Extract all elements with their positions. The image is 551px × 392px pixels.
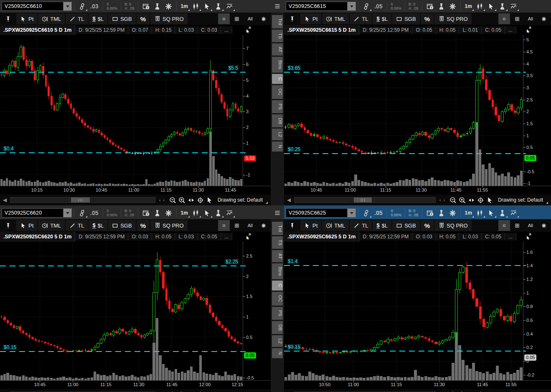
symbol-dropdown-button[interactable] <box>63 208 72 217</box>
grid-layout-button[interactable] <box>511 13 523 24</box>
chart-type-button[interactable] <box>190 207 201 218</box>
trendline-tool-button[interactable]: TL <box>350 13 372 24</box>
sidebar-tab-ps[interactable]: PS <box>272 100 283 113</box>
symbol-input[interactable]: V250925C6610 <box>2 2 63 11</box>
grid-layout-button[interactable] <box>231 220 243 231</box>
timeline-tool-button[interactable]: TML <box>322 13 349 24</box>
sidebar-tab-oc[interactable]: OC <box>272 85 283 99</box>
sidebar-tab-c[interactable]: C <box>272 281 283 291</box>
pointer-tool-button[interactable]: Pt <box>300 220 321 231</box>
all-button[interactable]: All <box>244 13 256 24</box>
sidebar-tab-n[interactable]: N <box>272 348 283 358</box>
studies-flask-button[interactable] <box>497 1 508 12</box>
time-axis[interactable]: 10:1510:3010:4511:0011:1511:3011:45 <box>0 186 271 195</box>
candlestick-chart[interactable]: $5.5$0.4 <box>0 35 243 186</box>
price-axis[interactable]: -1-0.50.511.522.533.544.550.05 <box>523 35 551 186</box>
crosshair-icon[interactable] <box>477 197 484 204</box>
sq-pro-button[interactable]: SQ PRO <box>434 220 472 231</box>
sidebar-tab-ts[interactable]: TS <box>272 30 283 42</box>
price-level-tool-button[interactable]: $$L <box>373 13 391 24</box>
studies-flask-button[interactable] <box>213 1 224 12</box>
trendline-tool-button[interactable]: TL <box>350 220 372 231</box>
sidebar-tab-l2[interactable]: L2 <box>272 129 283 140</box>
header-more[interactable]: ... <box>505 233 516 240</box>
chart-type-button[interactable] <box>474 1 485 12</box>
patterns-button[interactable] <box>508 207 519 218</box>
chart-scrollbar[interactable] <box>10 197 155 203</box>
settings-star-icon[interactable] <box>163 1 174 12</box>
sq-pro-button[interactable]: SQ PRO <box>150 13 188 24</box>
chart-type-button[interactable] <box>190 1 201 12</box>
single-panel-button[interactable] <box>498 220 510 231</box>
pan-arrows[interactable]: ‹› <box>438 197 447 202</box>
sidebar-tab-c[interactable]: C <box>272 74 283 84</box>
price-level-tool-button[interactable]: $$L <box>89 13 107 24</box>
symbol-dropdown-button[interactable] <box>348 208 356 217</box>
cursor-mode-icon[interactable] <box>525 233 532 241</box>
cursor-tool-button[interactable] <box>485 1 497 12</box>
sq-pro-button[interactable]: SQ PRO <box>434 13 472 24</box>
symbol-input[interactable]: V250925C6620 <box>2 208 63 217</box>
chart-scrollbar[interactable] <box>294 197 435 203</box>
symbol-dropdown-button[interactable] <box>348 2 356 11</box>
drawing-set-label[interactable]: Drawing set: Default <box>498 197 543 203</box>
patterns-button[interactable] <box>508 1 519 12</box>
pin-icon[interactable] <box>1 220 15 231</box>
sidebar-tab-ps[interactable]: PS <box>272 307 283 320</box>
pointer-icon[interactable] <box>486 197 493 204</box>
drawing-set-label[interactable]: Drawing set: Default <box>218 197 263 203</box>
price-axis[interactable]: -0.50.511.522.50.05 <box>243 242 271 380</box>
link-chain-icon[interactable] <box>76 1 88 12</box>
pin-icon[interactable] <box>285 220 300 231</box>
scrollbar-thumb[interactable] <box>354 197 372 202</box>
single-panel-button[interactable] <box>218 220 230 231</box>
price-level-tool-button[interactable]: $$L <box>373 220 391 231</box>
percent-tool-button[interactable]: % <box>137 220 150 231</box>
zoom-in-icon[interactable] <box>459 197 466 204</box>
symbol-input[interactable]: V250925C6625 <box>286 208 348 217</box>
price-axis[interactable]: -112345670.03 <box>243 35 271 186</box>
patterns-button[interactable] <box>224 1 235 12</box>
single-panel-button[interactable] <box>498 13 510 24</box>
single-panel-button[interactable] <box>218 13 230 24</box>
cursor-mode-icon[interactable] <box>245 233 251 241</box>
resize-corner-icon[interactable] <box>546 202 548 204</box>
resize-corner-icon[interactable] <box>266 202 268 204</box>
interval-button[interactable]: 1m <box>463 207 474 218</box>
sidebar-tab-db[interactable]: DB <box>272 114 283 127</box>
header-more[interactable]: ... <box>221 233 232 240</box>
time-axis[interactable]: 10:4511:0011:1511:3011:4512:0012:15 <box>0 381 271 389</box>
link-chain-icon[interactable] <box>361 207 372 218</box>
timeline-tool-button[interactable]: TML <box>38 220 65 231</box>
studies-flask-button[interactable] <box>497 207 508 218</box>
cursor-mode-icon[interactable] <box>245 26 251 34</box>
pin-icon[interactable] <box>1 13 15 24</box>
trendline-tool-button[interactable]: TL <box>66 220 88 231</box>
time-axis[interactable]: 10:4511:0011:1511:3011:4511:55 <box>284 186 551 195</box>
percent-tool-button[interactable]: % <box>421 220 434 231</box>
sidebar-tab-btns[interactable]: Btns <box>272 57 283 73</box>
link-chain-icon[interactable] <box>76 207 88 218</box>
zoom-out-icon[interactable] <box>169 197 176 204</box>
sidebar-tab-btns[interactable]: Btns <box>272 263 283 279</box>
studies-flask-button[interactable] <box>213 207 224 218</box>
sidebar-tab-at[interactable]: AT <box>272 250 283 262</box>
all-button[interactable]: All <box>524 220 537 231</box>
panel-menu-icon[interactable] <box>271 0 284 13</box>
toolbar-settings-button[interactable] <box>538 13 550 24</box>
calendar-info-icon[interactable] <box>424 207 436 218</box>
interval-button[interactable]: 1m <box>179 207 190 218</box>
all-button[interactable]: All <box>524 13 537 24</box>
sgb-tool-button[interactable]: SGB <box>392 13 419 24</box>
auto-scale-icon[interactable] <box>468 197 475 204</box>
zoom-in-icon[interactable] <box>178 197 185 204</box>
toolbar-settings-button[interactable] <box>257 220 270 231</box>
scrollbar-thumb[interactable] <box>71 197 90 202</box>
grid-layout-button[interactable] <box>511 220 523 231</box>
sgb-tool-button[interactable]: SGB <box>108 220 135 231</box>
sidebar-tab-db[interactable]: DB <box>272 321 283 334</box>
settings-star-icon[interactable] <box>447 1 458 12</box>
crosshair-icon[interactable] <box>197 197 204 204</box>
all-button[interactable]: All <box>244 220 256 231</box>
time-axis[interactable]: 10:5011:0011:1511:3011:4511:55 <box>284 381 551 389</box>
